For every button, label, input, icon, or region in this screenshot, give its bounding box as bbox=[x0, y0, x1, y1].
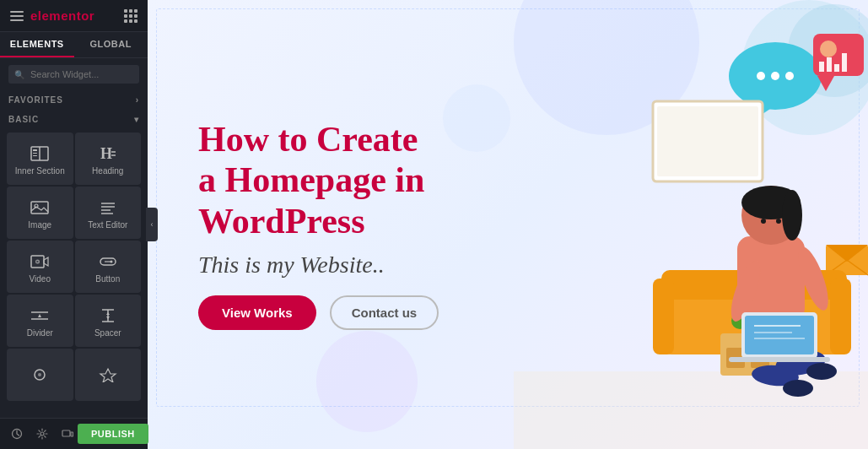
widget-text-editor-label: Text Editor bbox=[88, 220, 127, 230]
illustration bbox=[514, 0, 868, 449]
svg-point-32 bbox=[40, 432, 44, 435]
widget-image[interactable]: Image bbox=[7, 187, 73, 239]
basic-label: BASIC bbox=[8, 115, 39, 124]
heading-icon: H bbox=[99, 144, 117, 163]
canvas: How to Create a Homepage in WordPress Th… bbox=[148, 0, 868, 449]
search-input[interactable] bbox=[8, 65, 139, 84]
button-icon bbox=[99, 252, 117, 271]
svg-rect-2 bbox=[33, 149, 37, 151]
svg-marker-27 bbox=[106, 316, 110, 319]
sidebar: elementor ELEMENTS GLOBAL FAVORITES › BA… bbox=[0, 0, 148, 449]
widget-image-label: Image bbox=[28, 220, 51, 230]
subtitle: This is my Website.. bbox=[198, 252, 553, 279]
video-icon bbox=[30, 252, 49, 271]
svg-text:H: H bbox=[100, 145, 112, 162]
svg-point-75 bbox=[782, 190, 802, 241]
bg-circle-2 bbox=[316, 331, 418, 432]
svg-point-44 bbox=[820, 41, 837, 57]
collapse-arrow: ‹ bbox=[151, 220, 154, 229]
tab-elements[interactable]: ELEMENTS bbox=[0, 32, 74, 57]
svg-marker-30 bbox=[100, 369, 116, 382]
divider-icon bbox=[30, 306, 49, 325]
widget-text-editor[interactable]: Text Editor bbox=[75, 187, 142, 239]
sidebar-footer: PUBLISH bbox=[0, 418, 148, 449]
svg-rect-33 bbox=[62, 430, 70, 436]
widget-divider[interactable]: Divider bbox=[7, 295, 73, 347]
search-box bbox=[0, 58, 148, 90]
title-line2: a Homepage in bbox=[198, 160, 424, 199]
svg-rect-46 bbox=[827, 57, 832, 72]
widget-video[interactable]: Video bbox=[7, 241, 73, 293]
svg-rect-80 bbox=[729, 357, 830, 362]
svg-point-29 bbox=[38, 373, 41, 376]
svg-point-76 bbox=[761, 219, 766, 224]
svg-point-19 bbox=[110, 261, 112, 263]
settings-icon[interactable] bbox=[32, 424, 52, 444]
sidebar-tabs: ELEMENTS GLOBAL bbox=[0, 32, 148, 58]
widget-divider-label: Divider bbox=[27, 328, 53, 338]
sidebar-header-left: elementor bbox=[10, 8, 94, 23]
svg-rect-85 bbox=[657, 106, 758, 176]
widget-icon1[interactable] bbox=[7, 349, 73, 401]
svg-rect-47 bbox=[834, 64, 839, 72]
main-title: How to Create a Homepage in WordPress bbox=[198, 119, 553, 241]
widget-heading-label: Heading bbox=[92, 166, 123, 176]
favorites-arrow: › bbox=[136, 95, 139, 105]
svg-rect-3 bbox=[33, 153, 37, 154]
content-area: How to Create a Homepage in WordPress Th… bbox=[198, 119, 553, 330]
spacer-icon bbox=[99, 306, 117, 325]
svg-point-69 bbox=[783, 380, 813, 397]
svg-rect-34 bbox=[71, 432, 73, 436]
svg-rect-49 bbox=[514, 371, 868, 449]
svg-rect-4 bbox=[33, 155, 37, 156]
svg-rect-48 bbox=[842, 53, 847, 72]
svg-marker-26 bbox=[106, 312, 110, 315]
svg-rect-8 bbox=[31, 202, 48, 214]
view-works-button[interactable]: View Works bbox=[198, 295, 316, 330]
history-icon[interactable] bbox=[7, 424, 27, 444]
widget-icon2[interactable] bbox=[75, 349, 142, 401]
sidebar-header: elementor bbox=[0, 0, 148, 32]
svg-point-40 bbox=[771, 72, 779, 80]
widget-inner-section[interactable]: Inner Section bbox=[7, 133, 73, 185]
favorites-section-header[interactable]: FAVORITES › bbox=[0, 90, 148, 110]
widget-heading[interactable]: H Heading bbox=[75, 133, 142, 185]
responsive-icon[interactable] bbox=[57, 424, 78, 444]
search-wrapper bbox=[8, 65, 139, 84]
widget-spacer[interactable]: Spacer bbox=[75, 295, 142, 347]
svg-point-39 bbox=[757, 72, 765, 80]
svg-rect-45 bbox=[819, 62, 824, 72]
svg-rect-57 bbox=[830, 279, 851, 354]
widget-video-label: Video bbox=[30, 274, 51, 284]
widgets-grid: Inner Section H Heading Ima bbox=[0, 129, 148, 404]
svg-point-77 bbox=[776, 219, 781, 224]
svg-rect-56 bbox=[653, 279, 674, 354]
icon2-icon bbox=[99, 365, 117, 384]
svg-rect-79 bbox=[745, 316, 814, 354]
basic-section-header[interactable]: BASIC ▾ bbox=[0, 110, 148, 129]
widget-spacer-label: Spacer bbox=[94, 328, 121, 338]
icon1-icon bbox=[30, 365, 49, 384]
widget-button[interactable]: Button bbox=[75, 241, 142, 293]
publish-button[interactable]: PUBLISH bbox=[78, 424, 148, 444]
basic-arrow: ▾ bbox=[134, 115, 139, 124]
svg-point-41 bbox=[785, 72, 794, 80]
buttons-row: View Works Contact us bbox=[198, 295, 553, 330]
image-icon bbox=[30, 198, 49, 217]
widget-inner-section-label: Inner Section bbox=[15, 166, 65, 176]
text-editor-icon bbox=[99, 198, 117, 217]
favorites-label: FAVORITES bbox=[8, 95, 63, 105]
svg-marker-21 bbox=[38, 314, 41, 317]
title-line3: WordPress bbox=[198, 202, 365, 241]
tab-global[interactable]: GLOBAL bbox=[74, 32, 148, 57]
widget-button-label: Button bbox=[95, 274, 120, 284]
elementor-logo: elementor bbox=[30, 8, 94, 23]
inner-section-icon bbox=[30, 144, 49, 163]
contact-us-button[interactable]: Contact us bbox=[330, 295, 439, 330]
hamburger-icon[interactable] bbox=[10, 11, 24, 21]
svg-point-68 bbox=[806, 363, 837, 380]
title-line1: How to Create bbox=[198, 120, 418, 159]
footer-icons bbox=[7, 424, 78, 444]
sidebar-collapse-tab[interactable]: ‹ bbox=[146, 208, 158, 241]
grid-icon[interactable] bbox=[124, 9, 137, 23]
